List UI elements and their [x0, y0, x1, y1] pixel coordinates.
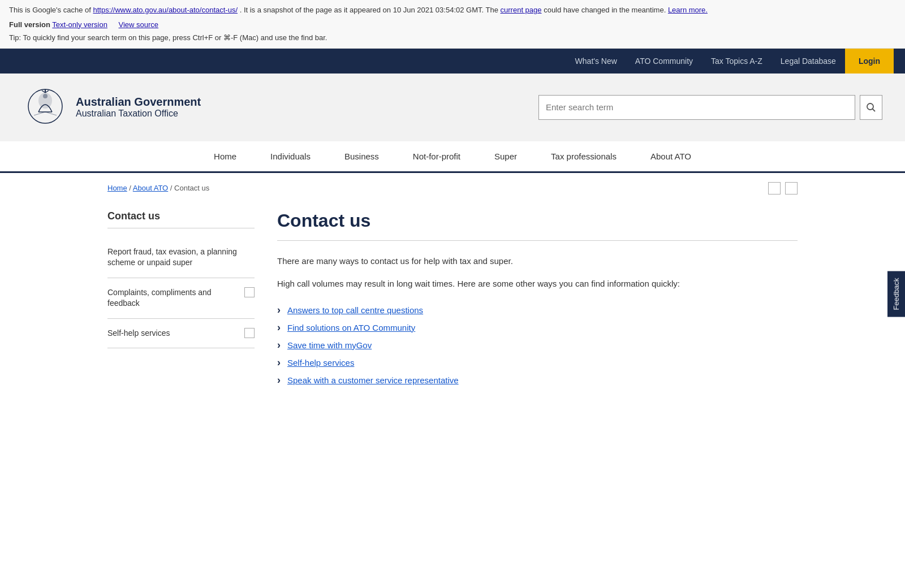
sidebar-item-fraud-label: Report fraud, tax evasion, a planning sc…: [107, 247, 255, 269]
full-version-label: Full version: [9, 20, 50, 29]
svg-line-8: [873, 109, 876, 111]
nav-business[interactable]: Business: [327, 141, 396, 171]
breadcrumb-actions: [768, 182, 798, 194]
nav-individuals[interactable]: Individuals: [253, 141, 327, 171]
logo-area: Australian Government Australian Taxatio…: [23, 85, 201, 130]
link-call-centre[interactable]: Answers to top call centre questions: [287, 305, 423, 315]
list-item: Self-help services: [277, 357, 798, 369]
nav-home[interactable]: Home: [197, 141, 253, 171]
link-mygov[interactable]: Save time with myGov: [287, 340, 372, 350]
cache-suffix2: could have changed in the meantime.: [544, 6, 668, 14]
breadcrumb-current: Contact us: [174, 184, 209, 192]
link-list: Answers to top call centre questions Fin…: [277, 304, 798, 386]
site-header: Australian Government Australian Taxatio…: [0, 74, 905, 141]
breadcrumb-about[interactable]: About ATO: [133, 184, 168, 192]
sidebar-item-self-help-label: Self-help services: [107, 328, 240, 339]
tip-line: Tip: To quickly find your search term on…: [9, 32, 896, 44]
logo-text: Australian Government Australian Taxatio…: [76, 96, 201, 119]
main-content: Contact us There are many ways to contac…: [277, 210, 798, 392]
breadcrumb-sep2: /: [170, 184, 174, 192]
nav-about-ato[interactable]: About ATO: [634, 141, 708, 171]
sidebar: Contact us Report fraud, tax evasion, a …: [107, 210, 255, 392]
sidebar-title: Contact us: [107, 210, 255, 228]
top-nav: What's New ATO Community Tax Topics A-Z …: [0, 49, 905, 74]
version-links: Full version Text-only version View sour…: [9, 19, 896, 31]
view-source-link[interactable]: View source: [119, 20, 159, 29]
list-item: Answers to top call centre questions: [277, 304, 798, 316]
ato-crest-icon: [23, 85, 68, 130]
main-nav: Home Individuals Business Not-for-profit…: [0, 141, 905, 173]
nav-tax-topics[interactable]: Tax Topics A-Z: [702, 49, 772, 74]
nav-super[interactable]: Super: [477, 141, 534, 171]
nav-tax-professionals[interactable]: Tax professionals: [534, 141, 634, 171]
intro-text: There are many ways to contact us for he…: [277, 254, 798, 268]
list-item: Save time with myGov: [277, 339, 798, 351]
nav-legal-db[interactable]: Legal Database: [772, 49, 845, 74]
breadcrumb-action-2[interactable]: [785, 182, 798, 194]
page-title: Contact us: [277, 210, 798, 241]
sidebar-complaints-checkbox[interactable]: [244, 287, 255, 297]
sidebar-item-complaints-label: Complaints, compliments and feedback: [107, 287, 240, 309]
sidebar-item-complaints[interactable]: Complaints, compliments and feedback: [107, 278, 255, 319]
nav-whats-new[interactable]: What's New: [566, 49, 626, 74]
svg-point-7: [867, 103, 873, 110]
nav-nfp[interactable]: Not-for-profit: [396, 141, 477, 171]
search-area: [538, 95, 882, 120]
list-item: Speak with a customer service representa…: [277, 374, 798, 386]
breadcrumb-action-1[interactable]: [768, 182, 781, 194]
text-only-link[interactable]: Text-only version: [52, 20, 107, 29]
callout-text: High call volumes may result in long wai…: [277, 277, 798, 291]
link-ato-community[interactable]: Find solutions on ATO Community: [287, 323, 415, 332]
current-page-link[interactable]: current page: [501, 6, 542, 14]
svg-point-3: [43, 94, 48, 98]
sidebar-item-self-help[interactable]: Self-help services: [107, 319, 255, 349]
login-button[interactable]: Login: [845, 49, 894, 74]
learn-more-link[interactable]: Learn more.: [668, 6, 708, 14]
breadcrumb: Home / About ATO / Contact us: [107, 184, 209, 192]
link-csr[interactable]: Speak with a customer service representa…: [287, 375, 459, 385]
search-input[interactable]: [538, 95, 855, 120]
content-wrapper: Home / About ATO / Contact us Contact us…: [85, 173, 820, 392]
nav-ato-community[interactable]: ATO Community: [626, 49, 702, 74]
list-item: Find solutions on ATO Community: [277, 322, 798, 334]
page-layout: Contact us Report fraud, tax evasion, a …: [107, 210, 798, 392]
cache-text: This is Google's cache of: [9, 6, 91, 14]
office-name: Australian Taxation Office: [76, 109, 201, 119]
sidebar-item-fraud[interactable]: Report fraud, tax evasion, a planning sc…: [107, 237, 255, 278]
cache-url[interactable]: https://www.ato.gov.au/about-ato/contact…: [93, 6, 238, 14]
cache-bar: This is Google's cache of https://www.at…: [0, 0, 905, 49]
feedback-tab[interactable]: Feedback: [887, 271, 905, 317]
cache-suffix: . It is a snapshot of the page as it app…: [240, 6, 498, 14]
link-self-help[interactable]: Self-help services: [287, 358, 354, 368]
breadcrumb-row: Home / About ATO / Contact us: [107, 173, 798, 199]
search-icon: [866, 102, 876, 113]
search-button[interactable]: [860, 95, 882, 120]
breadcrumb-home[interactable]: Home: [107, 184, 127, 192]
sidebar-self-help-checkbox[interactable]: [244, 328, 255, 338]
gov-name: Australian Government: [76, 96, 201, 109]
